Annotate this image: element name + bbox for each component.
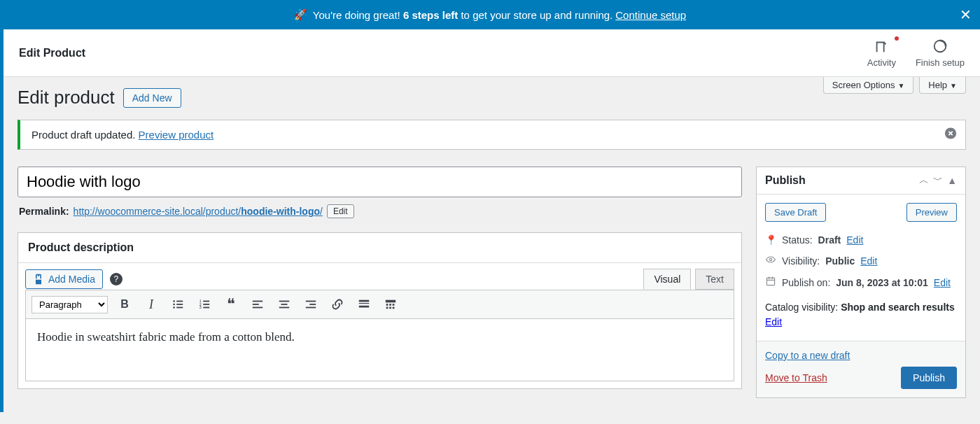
banner-steps: 6 steps left: [403, 9, 458, 21]
finish-setup-icon: [916, 38, 965, 55]
move-to-trash-link[interactable]: Move to Trash: [765, 372, 827, 383]
page-title-header: Edit Product: [19, 47, 85, 59]
svg-rect-11: [203, 304, 209, 305]
bullet-list-icon[interactable]: [168, 295, 188, 314]
edit-status-link[interactable]: Edit: [846, 234, 863, 246]
banner-suffix: to get your store up and running.: [461, 9, 612, 21]
pin-icon: 📍: [765, 234, 776, 246]
text-tab[interactable]: Text: [695, 269, 734, 290]
editor-content[interactable]: Hoodie in sweatshirt fabric made from a …: [25, 318, 734, 381]
edit-permalink-button[interactable]: Edit: [327, 204, 354, 218]
svg-rect-20: [306, 301, 316, 302]
svg-rect-13: [203, 307, 209, 309]
paragraph-select[interactable]: Paragraph: [31, 296, 108, 313]
notice-text: Product draft updated.: [31, 129, 135, 141]
align-right-icon[interactable]: [301, 295, 321, 314]
banner-prefix: You're doing great!: [313, 9, 400, 21]
rocket-icon: 🚀: [294, 8, 307, 21]
move-down-icon[interactable]: ﹀: [933, 174, 943, 187]
svg-rect-35: [766, 278, 774, 285]
align-left-icon[interactable]: [248, 295, 267, 314]
svg-rect-9: [203, 301, 209, 302]
close-banner-icon[interactable]: ✕: [960, 6, 972, 23]
svg-rect-30: [393, 304, 395, 306]
product-description-title: Product description: [18, 233, 741, 263]
svg-point-34: [769, 258, 771, 260]
media-icon: [33, 274, 44, 285]
editor-format-toolbar: Paragraph B I 123 ❝: [25, 290, 734, 318]
bold-icon[interactable]: B: [115, 295, 134, 314]
product-title-input[interactable]: [18, 167, 742, 197]
svg-rect-25: [359, 303, 369, 304]
preview-button[interactable]: Preview: [906, 203, 957, 222]
visual-tab[interactable]: Visual: [643, 269, 691, 290]
edit-visibility-link[interactable]: Edit: [860, 255, 877, 267]
activity-button[interactable]: Activity: [867, 38, 896, 68]
help-button[interactable]: Help▼: [919, 77, 966, 94]
add-media-button[interactable]: Add Media: [25, 269, 103, 289]
permalink-label: Permalink:: [19, 206, 69, 217]
eye-icon: [765, 254, 776, 267]
edit-catalog-link[interactable]: Edit: [765, 316, 782, 327]
svg-rect-23: [359, 300, 369, 302]
toolbar-toggle-icon[interactable]: [381, 295, 400, 314]
header-bar: Edit Product Activity Finish setup: [4, 29, 980, 77]
svg-rect-29: [389, 304, 391, 306]
svg-rect-28: [386, 304, 388, 306]
link-icon[interactable]: [328, 295, 347, 314]
save-draft-button[interactable]: Save Draft: [765, 203, 826, 222]
svg-rect-16: [253, 307, 262, 309]
copy-draft-link[interactable]: Copy to a new draft: [765, 350, 957, 361]
finish-setup-button[interactable]: Finish setup: [916, 38, 965, 68]
svg-rect-22: [306, 307, 316, 309]
svg-rect-21: [309, 304, 316, 305]
svg-rect-15: [253, 304, 259, 305]
calendar-icon: [765, 276, 776, 289]
activity-label: Activity: [867, 57, 896, 68]
publish-button[interactable]: Publish: [901, 367, 957, 389]
svg-rect-19: [279, 307, 289, 309]
publish-title: Publish: [765, 174, 915, 187]
quote-icon[interactable]: ❝: [221, 295, 241, 314]
draft-updated-notice: Product draft updated. Preview product: [18, 120, 966, 150]
svg-rect-14: [253, 301, 262, 302]
preview-product-link[interactable]: Preview product: [139, 129, 214, 141]
continue-setup-link[interactable]: Continue setup: [615, 9, 686, 21]
svg-rect-5: [176, 304, 183, 305]
help-icon[interactable]: ?: [110, 273, 122, 285]
permalink-url[interactable]: http://woocommerce-site.local/product/ho…: [74, 206, 323, 217]
svg-rect-32: [389, 307, 391, 309]
svg-point-4: [173, 304, 175, 306]
page-heading: Edit product: [18, 87, 115, 108]
status-value: Draft: [818, 234, 841, 246]
read-more-icon[interactable]: [354, 295, 374, 314]
permalink-row: Permalink: http://woocommerce-site.local…: [18, 197, 742, 218]
activity-dot-icon: [895, 36, 899, 41]
catalog-value: Shop and search results: [841, 302, 955, 313]
svg-rect-27: [386, 300, 396, 303]
finish-setup-label: Finish setup: [916, 57, 965, 68]
svg-rect-33: [393, 307, 395, 309]
publish-box: Publish ︿ ﹀ ▲ Save Draft Preview 📍 Statu…: [756, 167, 966, 398]
move-up-icon[interactable]: ︿: [919, 174, 929, 187]
toggle-panel-icon[interactable]: ▲: [947, 175, 957, 186]
product-description-box: Product description Add Media ? Visual T…: [18, 232, 742, 389]
dismiss-notice-icon[interactable]: [944, 127, 957, 143]
svg-point-2: [173, 300, 175, 302]
screen-options-button[interactable]: Screen Options▼: [823, 77, 914, 94]
svg-rect-3: [176, 301, 183, 302]
svg-rect-18: [281, 304, 288, 305]
svg-rect-31: [386, 307, 388, 309]
setup-banner: 🚀 You're doing great! 6 steps left to ge…: [0, 0, 980, 29]
italic-icon[interactable]: I: [141, 295, 161, 314]
svg-point-6: [173, 306, 175, 309]
numbered-list-icon[interactable]: 123: [195, 295, 214, 314]
publish-date-value: Jun 8, 2023 at 10:01: [836, 277, 928, 288]
svg-rect-26: [359, 306, 369, 308]
add-new-button[interactable]: Add New: [123, 88, 181, 108]
edit-date-link[interactable]: Edit: [934, 277, 951, 288]
align-center-icon[interactable]: [274, 295, 294, 314]
visibility-value: Public: [825, 255, 855, 267]
activity-icon: [867, 38, 896, 55]
svg-rect-7: [176, 307, 183, 309]
